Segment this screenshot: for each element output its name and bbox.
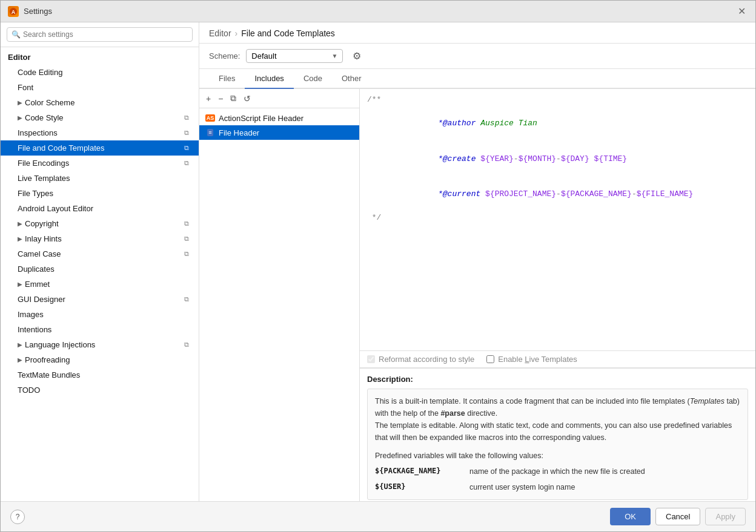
code-line-3: *@create ${YEAR}-${MONTH}-${DAY} ${TIME} [367,141,748,177]
copy-icon-gui-designer: ⧉ [184,295,189,303]
copy-icon-file-encodings: ⧉ [184,159,189,167]
desc-var-row-1: ${USER} current user system login name [375,481,740,493]
editor-area: + − ⧉ ↺ AS ActionScript File Header [199,89,755,501]
copy-icon-camel-case: ⧉ [184,250,189,258]
template-list-panel: + − ⧉ ↺ AS ActionScript File Header [199,89,360,501]
code-dash3: - [556,189,561,199]
description-variables: Predefined variables will take the follo… [375,450,740,493]
svg-text:A: A [12,9,16,15]
settings-dialog: A Settings ✕ 🔍 Editor Code Editing [0,0,756,532]
remove-template-button[interactable]: − [215,92,226,105]
sidebar-item-color-scheme[interactable]: ▶ Color Scheme [1,95,199,110]
sidebar-item-proofreading[interactable]: ▶ Proofreading [1,352,199,367]
copy-template-button[interactable]: ⧉ [227,91,239,105]
gear-button[interactable]: ⚙ [349,48,365,64]
sidebar-item-language-injections[interactable]: ▶ Language Injections ⧉ [1,337,199,352]
help-button[interactable]: ? [10,510,25,524]
sidebar-item-code-editing[interactable]: Code Editing [1,65,199,80]
sidebar-item-live-templates[interactable]: Live Templates [1,171,199,186]
template-toolbar: + − ⧉ ↺ [199,89,359,108]
sidebar-item-images[interactable]: Images [1,307,199,322]
sidebar-item-file-encodings[interactable]: File Encodings ⧉ [1,156,199,171]
code-var-year: ${YEAR} [476,154,513,163]
apply-button[interactable]: Apply [705,508,746,525]
chevron-down-icon: ▼ [331,53,337,59]
template-item-actionscript[interactable]: AS ActionScript File Header [199,111,359,125]
expand-arrow-copyright: ▶ [18,220,22,227]
reformat-checkbox[interactable] [367,355,375,363]
sidebar-item-file-types[interactable]: File Types [1,186,199,201]
code-tag-create: *@create [433,154,476,163]
sidebar-item-font[interactable]: Font [1,80,199,95]
description-box: This is a built-in template. It contains… [367,389,748,500]
sidebar-item-camel-case[interactable]: Camel Case ⧉ [1,246,199,261]
desc-var-row-0: ${PACKAGE_NAME} name of the package in w… [375,465,740,478]
action-buttons: OK Cancel Apply [610,508,746,525]
app-icon: A [8,6,19,17]
sidebar: 🔍 Editor Code Editing Font [1,22,199,501]
title-bar: A Settings ✕ [1,1,755,22]
code-line-2: *@author Auspice Tian [367,106,748,142]
cancel-button[interactable]: Cancel [655,508,700,525]
code-var-day: ${DAY} [561,154,589,163]
sidebar-item-inspections[interactable]: Inspections ⧉ [1,125,199,140]
sidebar-item-gui-designer[interactable]: GUI Designer ⧉ [1,292,199,307]
copy-icon-code-style: ⧉ [184,114,189,122]
expand-arrow-proofreading: ▶ [18,356,22,363]
live-templates-checkbox[interactable] [486,355,494,363]
live-templates-label: Enable Live Templates [498,355,577,364]
breadcrumb-current: File and Code Templates [241,28,335,38]
code-var-package: ${PACKAGE_NAME} [561,189,632,199]
sidebar-item-textmate-bundles[interactable]: TextMate Bundles [1,367,199,383]
desc-italic: Templates [690,397,724,406]
code-var-project: ${PROJECT_NAME} [480,189,556,199]
template-item-fileheader[interactable]: ≡ File Header [199,125,359,140]
template-item-label: ActionScript File Header [219,114,303,123]
sidebar-item-emmet[interactable]: ▶ Emmet [1,277,199,292]
sidebar-item-copyright[interactable]: ▶ Copyright ⧉ [1,216,199,231]
desc-text2: The template is editable. Along with sta… [375,421,732,442]
code-dash1: - [514,154,519,163]
tab-code[interactable]: Code [294,69,332,89]
add-template-button[interactable]: + [203,92,214,105]
dialog-title: Settings [24,7,735,16]
desc-var-desc-0: name of the package in which the new fil… [469,465,645,478]
code-line-1: /** [367,94,748,106]
expand-arrow-code-style: ▶ [18,114,22,121]
tab-includes[interactable]: Includes [245,69,293,89]
code-tag-current: *@current [433,189,480,199]
close-button[interactable]: ✕ [735,3,748,19]
sidebar-item-code-style[interactable]: ▶ Code Style ⧉ [1,110,199,125]
live-templates-checkbox-label[interactable]: Enable Live Templates [486,355,577,364]
search-box: 🔍 [1,22,199,47]
sidebar-item-editor[interactable]: Editor [1,50,199,65]
copy-icon-file-templates: ⧉ [184,144,189,152]
reformat-label: Reformat according to style [379,355,474,364]
search-icon: 🔍 [12,30,21,39]
ok-button[interactable]: OK [610,508,651,525]
description-title: Description: [367,375,748,384]
code-space1 [589,154,594,163]
search-input[interactable] [7,27,193,42]
sidebar-item-file-and-code-templates[interactable]: File and Code Templates ⧉ [1,140,199,156]
scheme-dropdown[interactable]: Default ▼ [246,49,343,63]
tab-files[interactable]: Files [209,69,245,89]
copy-icon-copyright: ⧉ [184,220,189,228]
expand-arrow-language-injections: ▶ [18,341,22,348]
sidebar-item-todo[interactable]: TODO [1,383,199,398]
reset-template-button[interactable]: ↺ [240,92,254,105]
code-dash2: - [556,154,561,163]
code-line-5: */ [367,212,748,224]
code-panel: /** *@author Auspice Tian *@create ${YEA… [360,89,755,501]
code-editor[interactable]: /** *@author Auspice Tian *@create ${YEA… [360,89,755,350]
reformat-checkbox-label[interactable]: Reformat according to style [367,355,474,364]
tab-other[interactable]: Other [332,69,371,89]
sidebar-item-intentions[interactable]: Intentions [1,322,199,337]
sidebar-list: Editor Code Editing Font ▶ Color Scheme … [1,47,199,501]
sidebar-item-android-layout-editor[interactable]: Android Layout Editor [1,201,199,216]
sidebar-item-duplicates[interactable]: Duplicates [1,261,199,277]
desc-bold: #parse [440,409,465,418]
sidebar-item-inlay-hints[interactable]: ▶ Inlay Hints ⧉ [1,231,199,246]
copy-icon-inspections: ⧉ [184,129,189,137]
code-value-author: Auspice Tian [476,119,537,128]
